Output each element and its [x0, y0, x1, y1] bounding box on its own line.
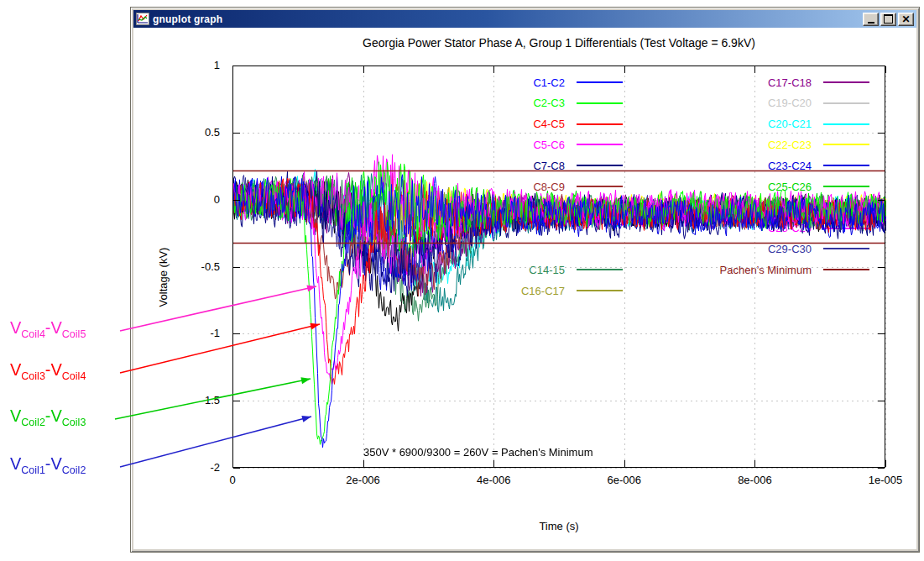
legend-line-sample	[823, 228, 869, 229]
legend-line-sample	[823, 269, 869, 270]
legend-entry-c1-c2: C1-C2	[439, 75, 623, 90]
callout-label-vcoil2-vcoil3: VCoil2-VCoil3	[10, 406, 86, 428]
callout-label-vcoil1-vcoil2: VCoil1-VCoil2	[10, 454, 86, 476]
x-tick-label: 2e-006	[326, 474, 401, 486]
legend-entry-c20-c21: C20-C21	[686, 117, 869, 132]
legend-label: C22-C23	[686, 139, 812, 151]
legend-line-sample	[823, 186, 869, 187]
y-tick-label: -1	[176, 327, 220, 339]
callout-label-vcoil4-vcoil5: VCoil4-VCoil5	[10, 318, 86, 340]
legend-label: C1-C2	[439, 76, 565, 89]
legend-entry-c22-c23: C22-C23	[686, 137, 869, 152]
legend-entry-c23-c24: C23-C24	[686, 158, 869, 173]
legend-entry-c17-c18: C17-C18	[686, 75, 869, 90]
legend-entry-pachen-s-minimum: Pachen's Minimum	[686, 262, 869, 277]
maximize-button[interactable]	[880, 13, 896, 26]
y-tick-label: -0.5	[176, 260, 220, 273]
legend-label: C23-C24	[686, 160, 812, 172]
legend-line-sample	[577, 144, 623, 145]
y-tick-label: 1	[176, 59, 220, 71]
x-tick-label: 1e-005	[848, 474, 923, 486]
screenshot-root: gnuplot graph ✕ Georgia Power Stator Pha…	[0, 0, 924, 561]
y-axis-label: Voltage (kV)	[157, 248, 170, 307]
legend-line-sample	[577, 269, 623, 270]
window-titlebar[interactable]: gnuplot graph ✕	[133, 10, 916, 28]
y-tick-label: -1.5	[176, 394, 220, 406]
legend-line-sample	[577, 165, 623, 166]
close-button[interactable]: ✕	[898, 13, 914, 26]
x-tick-label: 6e-006	[587, 474, 662, 486]
legend-label: Pachen's Minimum	[686, 264, 812, 276]
legend-entry-c16-c17: C16-C17	[439, 283, 623, 298]
pachen-annotation: 350V * 6900/9300 = 260V = Pachen's Minim…	[363, 446, 593, 459]
x-tick-label: 0	[195, 474, 270, 486]
x-tick-label: 4e-006	[456, 474, 531, 486]
legend-label: C7-C8	[439, 160, 565, 172]
close-icon: ✕	[901, 15, 910, 24]
legend-line-sample	[823, 165, 869, 166]
legend-label: C20-C21	[686, 118, 812, 130]
legend-line-sample	[577, 81, 623, 83]
maximize-icon	[884, 14, 893, 24]
legend-line-sample	[577, 186, 623, 187]
legend-line-sample	[823, 81, 869, 83]
legend-entry-c29-c30: C29-C30	[686, 241, 869, 256]
legend-label: C17-C18	[686, 76, 812, 89]
legend-label: C5-C6	[439, 139, 565, 151]
legend-line-sample	[823, 144, 869, 145]
legend-label: C4-C5	[439, 118, 565, 130]
legend-line-sample	[823, 102, 869, 104]
callout-label-vcoil3-vcoil4: VCoil3-VCoil4	[10, 360, 86, 382]
legend-entry-c28-c29: C28-C29	[686, 221, 869, 236]
y-tick-label: 0.5	[176, 126, 220, 139]
legend-label: C25-C26	[686, 181, 812, 193]
legend-label: C28-C29	[686, 222, 812, 234]
legend-line-sample	[823, 248, 869, 249]
legend-label: C14-15	[439, 264, 565, 276]
legend-line-sample	[577, 290, 623, 291]
legend-entry-c4-c5: C4-C5	[439, 117, 623, 132]
x-axis-label: Time (s)	[232, 520, 885, 532]
legend-entry-c7-c8: C7-C8	[439, 158, 623, 173]
minimize-button[interactable]	[863, 13, 879, 26]
y-tick-label: 0	[176, 193, 220, 206]
chart-title: Georgia Power Stator Phase A, Group 1 Di…	[232, 36, 885, 50]
legend-label: C2-C3	[439, 97, 565, 109]
legend-entry-c2-c3: C2-C3	[439, 96, 623, 111]
legend-entry-c19-c20: C19-C20	[686, 96, 869, 111]
gnuplot-app-icon[interactable]	[136, 13, 149, 25]
legend-label: C29-C30	[686, 243, 812, 255]
legend-line-sample	[823, 123, 869, 125]
x-tick-label: 8e-006	[717, 474, 792, 486]
window-title: gnuplot graph	[153, 13, 863, 25]
legend-entry-c25-c26: C25-C26	[686, 179, 869, 194]
y-tick-label: -2	[176, 461, 220, 474]
legend-label: C16-C17	[439, 285, 565, 297]
legend-entry-c5-c6: C5-C6	[439, 137, 623, 152]
legend-line-sample	[577, 123, 623, 125]
minimize-icon	[868, 22, 874, 24]
legend-label: C8-C9	[439, 181, 565, 193]
legend-line-sample	[577, 102, 623, 104]
legend-entry-c14-15: C14-15	[439, 262, 623, 277]
window-controls: ✕	[863, 13, 914, 26]
legend-entry-c8-c9: C8-C9	[439, 179, 623, 194]
legend-label: C19-C20	[686, 97, 812, 109]
